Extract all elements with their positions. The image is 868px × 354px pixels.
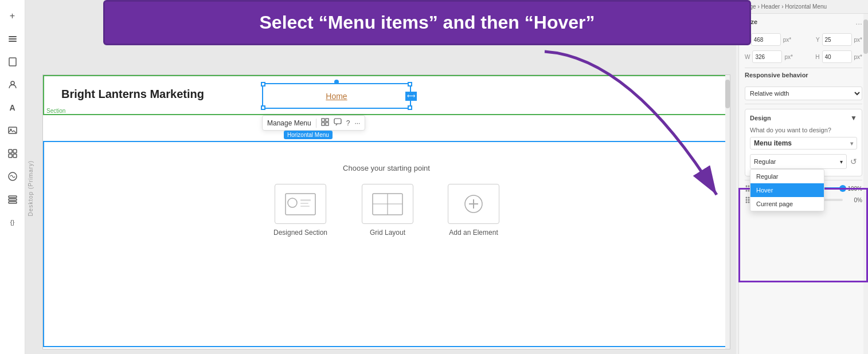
add-icon[interactable]: + (2, 6, 23, 26)
responsive-select[interactable]: Relative width (745, 86, 862, 100)
svg-rect-2 (9, 38, 17, 40)
x-unit: px* (783, 37, 791, 43)
w-input[interactable] (752, 50, 782, 63)
svg-rect-13 (9, 196, 17, 198)
site-name: Bright Lanterns Marketing (61, 88, 204, 101)
svg-rect-24 (300, 203, 308, 204)
add-element-label: Add an Element (449, 229, 498, 237)
state-dropdown-trigger[interactable]: Regular ▾ (750, 154, 847, 169)
responsive-label: Responsive behavior (745, 72, 808, 78)
menu-items-dropdown[interactable]: Menu items ▾ (750, 137, 857, 150)
x-input[interactable] (751, 33, 781, 46)
section-label: Section (46, 108, 65, 114)
layers-icon[interactable] (2, 29, 23, 49)
media-icon[interactable] (2, 120, 23, 141)
svg-point-38 (746, 190, 748, 192)
svg-rect-15 (9, 202, 17, 203)
grid-layout-icon (362, 184, 413, 224)
text-icon[interactable]: A (2, 97, 23, 118)
menu-element[interactable]: Home ⟷ (262, 83, 411, 109)
design-title: Design (750, 115, 771, 121)
size-row: Size ··· (745, 18, 862, 29)
toolbar-divider (316, 119, 316, 128)
svg-rect-19 (326, 123, 329, 125)
right-panel-scrollbar-thumb (863, 19, 868, 54)
grid-icon[interactable] (321, 118, 329, 128)
design-header: Design ▼ (750, 114, 857, 122)
state-option-hover[interactable]: Hover (750, 183, 824, 197)
state-row: Regular ▾ Regular Hover Current page ↺ (750, 154, 857, 169)
h-unit: px* (854, 54, 862, 60)
h-input[interactable] (822, 50, 852, 63)
design-section: Design ▼ What do you want to design? Men… (745, 109, 862, 176)
panel-content: Size ··· X px* Y px* W px* H (739, 14, 868, 211)
slider-thumb-1[interactable] (839, 185, 846, 192)
svg-rect-14 (9, 199, 17, 200)
svg-rect-9 (13, 150, 17, 153)
data-icon[interactable] (2, 189, 23, 210)
y-input[interactable] (822, 33, 852, 46)
menu-resize-handle[interactable]: ⟷ (405, 92, 417, 101)
svg-rect-25 (300, 206, 310, 207)
w-unit: px* (784, 54, 792, 60)
slider-value-1: 100% (846, 186, 862, 192)
menu-top-handle[interactable] (334, 80, 339, 84)
handle-tr[interactable] (408, 82, 412, 86)
grid-layout-card[interactable]: Grid Layout (362, 184, 413, 237)
more-icon[interactable]: ··· (354, 119, 360, 127)
menu-item-text: Home (326, 92, 347, 101)
state-chevron-icon: ▾ (840, 159, 843, 165)
editor-frame: Section Bright Lanterns Marketing Home ⟷… (42, 74, 730, 349)
cards-row: Designed Section Grid Layout (43, 184, 730, 237)
horizontal-menu-badge: Horizontal Menu (284, 131, 333, 139)
wh-row: W px* H px* (745, 50, 862, 63)
breadcrumb-text: age › Header › Horizontal Menu (746, 3, 827, 10)
h-label: H (815, 54, 819, 60)
xy-row: X px* Y px* (745, 33, 862, 46)
apps-icon[interactable] (2, 143, 23, 164)
grid-layout-label: Grid Layout (370, 229, 405, 237)
size-more-icon[interactable]: ··· (855, 19, 862, 28)
pages-icon[interactable] (2, 52, 23, 72)
svg-rect-18 (322, 123, 324, 125)
y-unit: px* (854, 37, 862, 43)
svg-point-5 (11, 81, 14, 85)
designed-section-card[interactable]: Designed Section (273, 184, 327, 237)
handle-br[interactable] (408, 105, 412, 110)
members-icon[interactable] (2, 74, 23, 95)
responsive-section: Responsive behavior Relative width (745, 72, 862, 100)
divider1 (745, 68, 862, 68)
responsive-label-row: Responsive behavior (745, 72, 862, 82)
menu-items-chevron-icon: ▾ (850, 140, 853, 147)
left-sidebar: + A {} (0, 0, 25, 354)
h-input-group: H px* (815, 50, 862, 63)
svg-rect-4 (9, 58, 16, 66)
svg-point-47 (746, 202, 748, 203)
starting-point-label: Choose your starting point (43, 164, 730, 172)
reset-icon[interactable]: ↺ (850, 157, 857, 166)
add-element-card[interactable]: Add an Element (448, 184, 499, 237)
chat-icon[interactable] (334, 118, 342, 128)
marketing-icon[interactable] (2, 166, 23, 187)
help-icon[interactable]: ? (346, 119, 350, 127)
canvas-scrollbar[interactable] (725, 75, 730, 349)
w-label: W (745, 54, 750, 60)
right-panel-scrollbar[interactable] (863, 14, 868, 354)
svg-rect-16 (322, 119, 324, 121)
svg-rect-23 (300, 199, 311, 201)
handle-bl[interactable] (261, 105, 265, 110)
divider2 (745, 104, 862, 104)
code-icon[interactable]: {} (2, 212, 23, 233)
design-chevron-icon[interactable]: ▼ (850, 114, 857, 122)
handle-tl[interactable] (261, 82, 265, 86)
svg-rect-17 (326, 119, 329, 121)
state-option-regular[interactable]: Regular (750, 170, 824, 183)
header-section: Section Bright Lanterns Marketing Home ⟷… (43, 75, 730, 115)
canvas-area: Desktop (Primary) Section Bright Lantern… (25, 0, 736, 354)
svg-rect-1 (9, 36, 17, 37)
svg-point-41 (746, 197, 748, 199)
w-input-group: W px* (745, 50, 793, 63)
state-option-current-page[interactable]: Current page (750, 197, 824, 211)
design-question: What do you want to design? (750, 127, 857, 133)
manage-menu-label[interactable]: Manage Menu (267, 119, 311, 127)
